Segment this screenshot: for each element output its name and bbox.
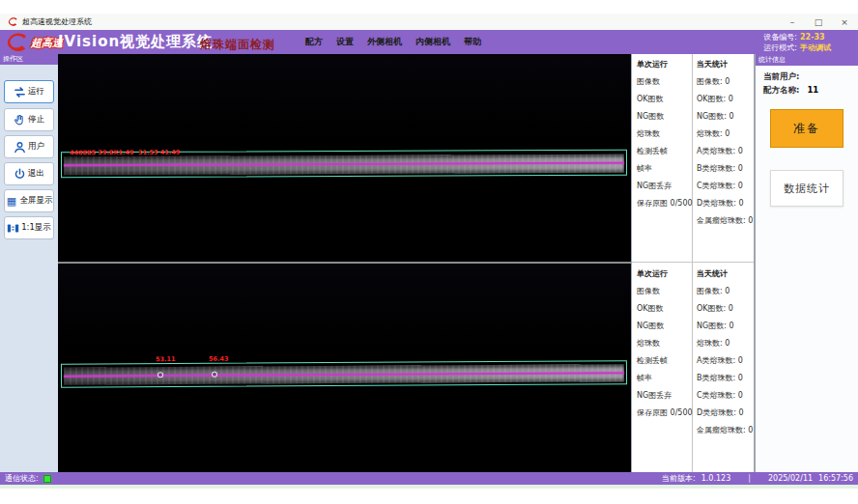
menu-bar: 配方 设置 外侧相机 内侧相机 帮助 bbox=[305, 30, 481, 54]
inner-camera-viewport[interactable]: 53.11 56.43 bbox=[58, 264, 631, 472]
stat-row: D类熔珠数: 0 bbox=[697, 405, 753, 422]
stat-row: 检测丢帧 bbox=[637, 352, 690, 370]
stat-row: A类熔珠数: 0 bbox=[697, 143, 753, 160]
user-button-label: 用户 bbox=[28, 141, 44, 153]
stat-row: NG图数 bbox=[637, 318, 690, 335]
defect-marker bbox=[157, 372, 163, 378]
run-mode-value: 手动调试 bbox=[800, 43, 831, 52]
status-separator: | bbox=[748, 474, 751, 483]
stat-row: D类熔珠数: 0 bbox=[697, 195, 753, 212]
stat-row: 图像数 bbox=[637, 73, 690, 91]
recipe-name-value: 11 bbox=[807, 85, 818, 95]
stat-row: NG图数: 0 bbox=[697, 318, 753, 335]
prepare-button[interactable]: 准备 bbox=[770, 109, 844, 148]
single-run-title: 单次运行 bbox=[637, 57, 690, 73]
status-bar: 通信状态: 当前版本: 1.0.123 | 2025/02/11 16:57:5… bbox=[0, 472, 858, 485]
stat-row: C类熔珠数: 0 bbox=[697, 387, 753, 405]
menu-item-recipe[interactable]: 配方 bbox=[305, 36, 323, 48]
current-user-label: 当前用户: bbox=[763, 71, 799, 81]
run-button-label: 运行 bbox=[28, 86, 44, 98]
app-subtitle: 熔珠端面检测 bbox=[200, 37, 275, 53]
stat-row: 金属瘤熔珠数: 0 bbox=[697, 212, 753, 230]
stat-row: OK图数 bbox=[637, 91, 690, 108]
stat-row: 图像数: 0 bbox=[697, 73, 753, 91]
stat-row: NG图数 bbox=[637, 108, 690, 126]
app-title: IVision视觉处理系统 bbox=[58, 33, 213, 51]
status-time: 16:57:56 bbox=[818, 474, 853, 483]
brand-logo-icon bbox=[4, 32, 31, 52]
stat-row: OK图数: 0 bbox=[697, 300, 753, 318]
stat-row: NG图数: 0 bbox=[697, 108, 753, 126]
inner-camera-stats: 单次运行 图像数 OK图数 NG图数 熔珠数 检测丢帧 帧率 NG图丢弃 保存原… bbox=[632, 264, 754, 472]
version-label: 当前版本: bbox=[662, 473, 696, 484]
close-button[interactable]: × bbox=[839, 17, 850, 27]
info-panel: 统计信息 当前用户: 配方名称: 11 准备 数据统计 bbox=[755, 54, 858, 472]
statistics-column: 单次运行 图像数 OK图数 NG图数 熔珠数 检测丢帧 帧率 NG图丢弃 保存原… bbox=[631, 54, 755, 472]
single-run-title: 单次运行 bbox=[637, 266, 690, 283]
device-number-label: 设备编号: bbox=[763, 33, 797, 42]
device-info: 设备编号:22-33 运行模式:手动调试 bbox=[763, 32, 831, 53]
app-logo-icon bbox=[8, 16, 18, 27]
stat-row: 图像数 bbox=[637, 283, 690, 300]
stat-row: NG图丢弃 bbox=[637, 178, 690, 195]
stat-row: OK图数 bbox=[637, 300, 690, 318]
one-to-one-button[interactable]: 1:1显示 bbox=[4, 216, 54, 239]
detection-roi-box: 440885 39.8X1.49 31.53 41.49 bbox=[61, 150, 627, 179]
measurement-annotation: 53.11 bbox=[156, 355, 176, 363]
measurement-annotation: 440885 39.8X1.49 31.53 41.49 bbox=[70, 149, 180, 156]
sidebar-title: 操作区 bbox=[0, 54, 58, 65]
stat-row: 帧率 bbox=[637, 160, 690, 178]
outer-camera-stats: 单次运行 图像数 OK图数 NG图数 熔珠数 检测丢帧 帧率 NG图丢弃 保存原… bbox=[632, 54, 754, 262]
stat-row: OK图数: 0 bbox=[697, 91, 753, 108]
stat-row: 帧率 bbox=[637, 370, 690, 387]
window-bottom-edge bbox=[0, 485, 858, 489]
stat-row: 熔珠数: 0 bbox=[697, 126, 753, 143]
menu-item-settings[interactable]: 设置 bbox=[336, 36, 354, 48]
menu-item-inner-camera[interactable]: 内侧相机 bbox=[415, 36, 450, 48]
stats-divider bbox=[632, 262, 754, 263]
stat-row: 检测丢帧 bbox=[637, 143, 690, 160]
outer-camera-viewport[interactable]: 440885 39.8X1.49 31.53 41.49 bbox=[58, 54, 631, 262]
stat-row: NG图丢弃 bbox=[637, 387, 690, 405]
stat-row: 熔珠数 bbox=[637, 335, 690, 352]
detection-roi-box: 53.11 56.43 bbox=[61, 360, 627, 388]
user-icon bbox=[14, 141, 26, 154]
operation-sidebar: 操作区 运行 停止 用户 退出 ▦ 全屏显示 bbox=[0, 54, 58, 472]
run-cycle-icon bbox=[14, 86, 26, 98]
stat-row: 熔珠数 bbox=[637, 126, 690, 143]
comm-status-green-indicator bbox=[43, 475, 51, 483]
stat-row: C类熔珠数: 0 bbox=[697, 178, 753, 195]
stat-row: 保存原图 0/500 bbox=[637, 195, 690, 212]
measurement-annotation: 56.43 bbox=[209, 355, 229, 363]
power-icon bbox=[14, 168, 26, 181]
data-statistics-button[interactable]: 数据统计 bbox=[770, 170, 844, 207]
stop-button[interactable]: 停止 bbox=[4, 108, 54, 131]
status-date: 2025/02/11 bbox=[768, 474, 813, 483]
daily-stats-title: 当天统计 bbox=[697, 57, 753, 73]
one-to-one-button-label: 1:1显示 bbox=[21, 222, 51, 234]
run-mode-label: 运行模式: bbox=[763, 43, 797, 52]
window-titlebar: 超高速视觉处理系统 – □ × bbox=[0, 14, 858, 30]
maximize-button[interactable]: □ bbox=[813, 17, 824, 27]
menu-item-outer-camera[interactable]: 外侧相机 bbox=[367, 36, 402, 48]
window-title: 超高速视觉处理系统 bbox=[22, 16, 92, 27]
device-number-value: 22-33 bbox=[800, 33, 825, 42]
stop-hand-icon bbox=[14, 114, 26, 126]
stat-row: 熔珠数: 0 bbox=[697, 335, 753, 352]
recipe-name-label: 配方名称: bbox=[763, 85, 799, 95]
stat-row: 保存原图 0/500 bbox=[637, 405, 690, 422]
fullscreen-button[interactable]: ▦ 全屏显示 bbox=[4, 189, 54, 212]
one-to-one-icon bbox=[7, 222, 19, 235]
user-button[interactable]: 用户 bbox=[4, 135, 54, 158]
stat-row: A类熔珠数: 0 bbox=[697, 352, 753, 370]
stop-button-label: 停止 bbox=[28, 114, 44, 126]
defect-marker bbox=[212, 372, 217, 378]
version-value: 1.0.123 bbox=[701, 474, 731, 483]
run-button[interactable]: 运行 bbox=[4, 80, 54, 103]
stat-row: B类熔珠数: 0 bbox=[697, 160, 753, 178]
minimize-button[interactable]: – bbox=[786, 17, 798, 27]
stat-row: 图像数: 0 bbox=[697, 283, 753, 300]
stat-row: B类熔珠数: 0 bbox=[697, 370, 753, 387]
menu-item-help[interactable]: 帮助 bbox=[464, 36, 481, 48]
exit-button[interactable]: 退出 bbox=[4, 162, 54, 185]
